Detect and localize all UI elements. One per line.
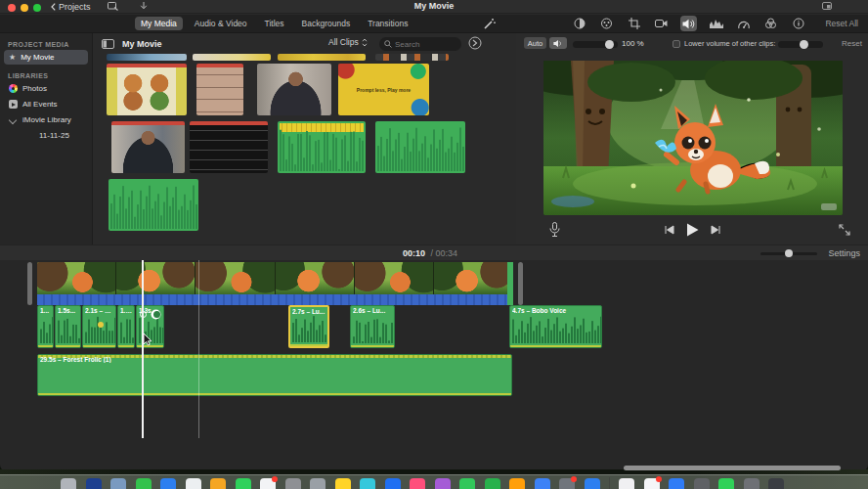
color-balance-icon[interactable]	[571, 16, 587, 31]
dock-app-icon[interactable]	[110, 478, 126, 489]
media-thumbnail[interactable]	[108, 179, 198, 231]
clip-info-icon[interactable]	[790, 16, 806, 31]
dock-app-icon[interactable]	[61, 478, 76, 489]
dock-app-icon[interactable]	[236, 478, 251, 489]
dock-app-icon[interactable]	[585, 478, 600, 489]
trim-handle-left[interactable]	[27, 262, 32, 305]
media-thumbnail[interactable]	[190, 121, 268, 173]
sidebar-item-my-movie[interactable]: ★ My Movie	[4, 50, 88, 65]
color-correction-icon[interactable]	[598, 16, 615, 31]
reset-all-button[interactable]: Reset All	[825, 19, 858, 28]
video-clip-filmstrip[interactable]	[37, 262, 513, 294]
media-thumbnail[interactable]	[107, 64, 187, 115]
timeline-audio-clip[interactable]: 2.6s – Lu...	[350, 305, 395, 348]
media-tab[interactable]: Audio & Video	[189, 17, 253, 30]
dock-app-icon[interactable]	[694, 478, 710, 489]
layout-icon[interactable]	[822, 2, 832, 10]
browser-forward-icon[interactable]	[468, 36, 482, 50]
media-thumbnail[interactable]	[375, 121, 465, 173]
lower-volume-slider[interactable]	[778, 41, 823, 48]
media-tab[interactable]: Titles	[259, 17, 290, 30]
zoom-slider-knob[interactable]	[785, 249, 793, 257]
stabilization-icon[interactable]	[653, 16, 670, 31]
timeline-audio-clip[interactable]: 1.2...	[117, 305, 135, 348]
timeline-audio-clip[interactable]: 1...	[37, 305, 54, 348]
dock-app-icon[interactable]	[260, 478, 276, 489]
media-thumbnail[interactable]	[107, 54, 187, 61]
dock-app-icon[interactable]	[459, 478, 475, 489]
dock-app-icon[interactable]	[186, 478, 201, 489]
dock-app-icon[interactable]	[619, 478, 634, 489]
dock-app-icon[interactable]	[609, 477, 610, 489]
timeline-audio-clip[interactable]: 2.1s – L...	[82, 305, 116, 348]
dock-app-icon[interactable]	[136, 478, 152, 489]
background-music-clip[interactable]: 29.5s – Forest Frolic (1)	[37, 354, 512, 396]
next-frame-button[interactable]	[711, 225, 721, 235]
media-thumbnail[interactable]	[278, 54, 366, 61]
speed-icon[interactable]	[735, 16, 752, 31]
fullscreen-icon[interactable]	[839, 224, 850, 236]
crop-icon[interactable]	[626, 16, 642, 31]
volume-slider[interactable]	[573, 41, 618, 48]
dock-app-icon[interactable]	[535, 478, 550, 489]
sidebar-library-item[interactable]: Photos	[4, 81, 88, 96]
noise-reduction-icon[interactable]	[708, 16, 724, 31]
media-tab[interactable]: Transitions	[362, 17, 413, 30]
sidebar-library-item[interactable]: All Events	[4, 97, 88, 111]
dock-app-icon[interactable]	[210, 478, 226, 489]
video-audio-track[interactable]	[37, 294, 513, 305]
search-field[interactable]	[379, 37, 461, 51]
dock-app-icon[interactable]	[310, 478, 326, 489]
mute-speaker-button[interactable]	[549, 37, 567, 49]
timeline-audio-clip[interactable]: 1.5s...	[55, 305, 81, 348]
dock-app-icon[interactable]	[360, 478, 375, 489]
dock-app-icon[interactable]	[768, 478, 784, 489]
enhance-wand-icon[interactable]	[484, 18, 496, 29]
timeline-settings-button[interactable]: Settings	[828, 248, 860, 258]
media-thumbnail[interactable]	[193, 54, 271, 61]
timeline-audio-clip[interactable]: 2.7s – Lu...	[288, 305, 329, 348]
media-thumbnail[interactable]	[375, 54, 449, 61]
sidebar-library-item[interactable]: iMovie Library	[4, 112, 88, 127]
media-tab[interactable]: Backgrounds	[296, 17, 357, 30]
volume-icon[interactable]	[680, 16, 697, 31]
dock-app-icon[interactable]	[385, 478, 401, 489]
dock-app-icon[interactable]	[744, 478, 760, 489]
dock-app-icon[interactable]	[559, 478, 575, 489]
dock-app-icon[interactable]	[718, 478, 734, 489]
sidebar-library-item[interactable]: 11-11-25	[4, 128, 88, 143]
dock-app-icon[interactable]	[485, 478, 500, 489]
media-thumbnail[interactable]	[111, 121, 185, 173]
dock-app-icon[interactable]	[410, 478, 425, 489]
clip-filter-icon[interactable]	[762, 16, 779, 31]
media-thumbnail[interactable]: Prompt less, Play more	[338, 64, 429, 115]
timeline-horizontal-scrollbar[interactable]	[624, 466, 841, 470]
media-tab[interactable]: My Media	[135, 17, 183, 30]
media-thumbnail[interactable]	[278, 121, 366, 173]
timeline-zoom-slider[interactable]	[760, 252, 817, 255]
sidebar-toggle-icon[interactable]	[102, 39, 114, 49]
lower-volume-checkbox[interactable]	[673, 40, 680, 48]
auto-volume-button[interactable]: Auto	[524, 37, 546, 49]
previous-frame-button[interactable]	[664, 225, 674, 235]
dock-app-icon[interactable]	[335, 478, 351, 489]
trim-handle-right[interactable]	[518, 262, 523, 305]
dock-app-icon[interactable]	[285, 478, 301, 489]
dock-app-icon[interactable]	[669, 478, 684, 489]
dock-app-icon[interactable]	[160, 478, 176, 489]
media-thumbnail[interactable]	[257, 64, 331, 115]
dock-app-icon[interactable]	[644, 478, 660, 489]
play-button[interactable]	[686, 223, 699, 237]
volume-slider-knob[interactable]	[605, 40, 614, 49]
dock-app-icon[interactable]	[435, 478, 451, 489]
lower-volume-knob[interactable]	[800, 40, 808, 49]
reset-volume-button[interactable]: Reset	[842, 39, 862, 48]
playhead[interactable]	[142, 260, 144, 438]
dock-app-icon[interactable]	[86, 478, 102, 489]
media-thumbnail[interactable]	[196, 64, 243, 115]
dock-app-icon[interactable]	[509, 478, 525, 489]
clips-filter-dropdown[interactable]: All Clips	[328, 37, 368, 47]
search-input[interactable]	[395, 40, 454, 49]
fox-preview-frame	[543, 61, 843, 215]
timeline-audio-clip[interactable]: 4.7s – Bobo Voice	[509, 305, 602, 348]
